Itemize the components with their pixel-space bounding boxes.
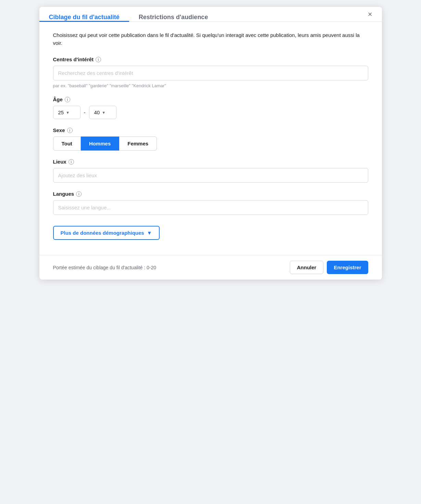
modal-body: Choisissez qui peut voir cette publicati… — [39, 22, 382, 255]
close-button[interactable]: × — [365, 9, 375, 20]
more-demo-button[interactable]: Plus de données démographiques ▼ — [53, 226, 160, 240]
modal-header: Ciblage du fil d'actualité Restrictions … — [39, 7, 382, 22]
interests-info-icon[interactable]: i — [96, 57, 101, 62]
save-button[interactable]: Enregistrer — [327, 261, 368, 274]
gender-button-group: Tout Hommes Femmes — [53, 137, 368, 151]
footer-estimate-text: Portée estimée du ciblage du fil d'actua… — [53, 265, 157, 270]
gender-info-icon[interactable]: i — [67, 128, 73, 133]
interests-input[interactable] — [53, 66, 368, 80]
interests-label: Centres d'intérêt i — [53, 56, 368, 62]
age-row: 25 ▼ - 40 ▼ — [53, 106, 368, 119]
section-age: Âge i 25 ▼ - 40 ▼ — [53, 96, 368, 119]
section-language: Langues i — [53, 191, 368, 215]
age-info-icon[interactable]: i — [65, 97, 70, 102]
footer-buttons: Annuler Enregistrer — [290, 261, 368, 274]
section-gender: Sexe i Tout Hommes Femmes — [53, 127, 368, 151]
age-dash: - — [84, 109, 86, 115]
description-text: Choisissez qui peut voir cette publicati… — [53, 31, 368, 47]
location-input[interactable] — [53, 168, 368, 183]
location-label: Lieux i — [53, 159, 368, 165]
age-min-select[interactable]: 25 ▼ — [53, 106, 81, 119]
modal-footer: Portée estimée du ciblage du fil d'actua… — [39, 255, 382, 280]
tab-restrictions[interactable]: Restrictions d'audience — [129, 7, 218, 22]
location-info-icon[interactable]: i — [69, 159, 74, 165]
gender-btn-femmes[interactable]: Femmes — [119, 137, 157, 151]
age-label: Âge i — [53, 96, 368, 102]
language-input[interactable] — [53, 200, 368, 215]
language-label: Langues i — [53, 191, 368, 197]
age-max-arrow: ▼ — [102, 111, 106, 115]
section-location: Lieux i — [53, 159, 368, 183]
age-min-arrow: ▼ — [66, 111, 70, 115]
gender-label: Sexe i — [53, 127, 368, 133]
gender-btn-tout[interactable]: Tout — [53, 137, 81, 151]
modal-dialog: Ciblage du fil d'actualité Restrictions … — [39, 7, 382, 280]
gender-btn-hommes[interactable]: Hommes — [81, 137, 119, 151]
section-more-demo: Plus de données démographiques ▼ — [53, 223, 368, 240]
section-interests: Centres d'intérêt i par ex. "baseball" "… — [53, 56, 368, 88]
language-info-icon[interactable]: i — [76, 191, 82, 197]
cancel-button[interactable]: Annuler — [290, 261, 324, 274]
tab-ciblage[interactable]: Ciblage du fil d'actualité — [39, 7, 129, 22]
age-max-select[interactable]: 40 ▼ — [89, 106, 116, 119]
interests-example: par ex. "baseball" "garderie" "marseille… — [53, 83, 368, 88]
more-demo-arrow-icon: ▼ — [147, 230, 152, 236]
